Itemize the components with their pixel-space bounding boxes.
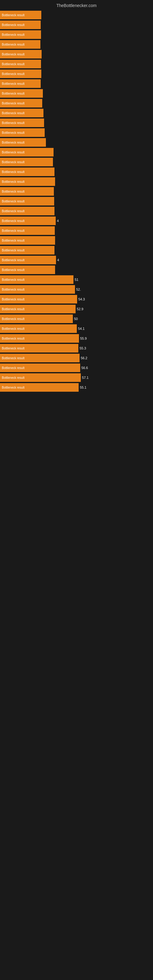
bar-fill [37, 256, 56, 264]
bar-row: Bottleneck result52. [0, 285, 153, 294]
bar-row: Bottleneck result [0, 128, 153, 137]
bar-value-container [37, 89, 43, 98]
bar-number: 50 [73, 317, 78, 321]
bar-row: Bottleneck result [0, 21, 153, 29]
bar-label: Bottleneck result [0, 89, 37, 98]
bar-label: Bottleneck result [0, 70, 37, 78]
bar-row: Bottleneck result [0, 79, 153, 88]
bar-value-container [37, 11, 41, 19]
bar-number: 55.1 [79, 385, 86, 389]
chart-container: Bottleneck resultBottleneck resultBottle… [0, 11, 153, 399]
bar-number: 56.6 [80, 366, 88, 370]
bar-fill [37, 30, 41, 39]
bar-row: Bottleneck result [0, 119, 153, 127]
bar-value-container: 52.9 [37, 305, 83, 313]
bar-label: Bottleneck result [0, 79, 37, 88]
bar-fill [37, 315, 73, 323]
bar-label: Bottleneck result [0, 30, 37, 39]
bar-fill [37, 148, 54, 156]
bar-row: Bottleneck result54.1 [0, 324, 153, 333]
bar-label: Bottleneck result [0, 60, 37, 68]
bar-fill [37, 197, 54, 205]
bar-label: Bottleneck result [0, 275, 37, 284]
bar-fill [37, 207, 54, 215]
bar-fill [37, 187, 54, 196]
bar-row: Bottleneck result [0, 197, 153, 205]
bar-row: Bottleneck result [0, 207, 153, 215]
bar-row: Bottleneck result57.1 [0, 373, 153, 382]
bar-label: Bottleneck result [0, 373, 37, 382]
bar-label: Bottleneck result [0, 295, 37, 304]
bar-row: Bottleneck result [0, 138, 153, 147]
bar-fill [37, 344, 78, 353]
bar-label: Bottleneck result [0, 187, 37, 196]
bar-value-container [37, 226, 55, 235]
bar-row: Bottleneck result55.1 [0, 383, 153, 392]
bar-fill [37, 89, 43, 98]
bar-value-container: 4 [37, 216, 59, 225]
bar-value-container: 52. [37, 285, 81, 294]
bar-row: Bottleneck result [0, 148, 153, 156]
bar-row: Bottleneck result56.2 [0, 354, 153, 362]
bar-value-container [37, 50, 41, 59]
bar-label: Bottleneck result [0, 383, 37, 392]
bar-value-container [37, 236, 55, 245]
bar-number: 51 [73, 278, 78, 282]
bar-row: Bottleneck result4 [0, 216, 153, 225]
bar-value-container [37, 148, 54, 156]
bar-label: Bottleneck result [0, 305, 37, 313]
page-header: TheBottlenecker.com [0, 0, 153, 10]
bar-fill [37, 109, 43, 117]
bar-row: Bottleneck result55.9 [0, 334, 153, 343]
bar-row: Bottleneck result [0, 266, 153, 274]
bar-value-container [37, 138, 46, 147]
bar-number: 55.9 [79, 337, 87, 340]
bar-label: Bottleneck result [0, 128, 37, 137]
bar-number: 54.1 [77, 327, 84, 331]
bar-label: Bottleneck result [0, 158, 37, 166]
bar-value-container: 55.9 [37, 334, 87, 343]
bar-label: Bottleneck result [0, 207, 37, 215]
bar-row: Bottleneck result [0, 236, 153, 245]
bar-value-container: 56.2 [37, 354, 87, 362]
bar-row: Bottleneck result [0, 40, 153, 49]
bar-value-container [37, 207, 54, 215]
bar-value-container [37, 197, 54, 205]
bar-row: Bottleneck result [0, 158, 153, 166]
bar-row: Bottleneck result52.9 [0, 305, 153, 313]
bar-fill [37, 236, 55, 245]
bar-label: Bottleneck result [0, 167, 37, 176]
bar-row: Bottleneck result [0, 70, 153, 78]
bar-row: Bottleneck result [0, 50, 153, 59]
bar-row: Bottleneck result [0, 177, 153, 186]
bar-fill [37, 158, 53, 166]
bar-row: Bottleneck result4 [0, 256, 153, 264]
bar-label: Bottleneck result [0, 266, 37, 274]
bar-value-container [37, 109, 43, 117]
bar-value-container: 50 [37, 315, 78, 323]
bar-label: Bottleneck result [0, 226, 37, 235]
bar-value-container [37, 266, 55, 274]
bar-value-container: 56.6 [37, 364, 88, 372]
bar-value-container: 54.3 [37, 295, 85, 304]
bar-row: Bottleneck result [0, 109, 153, 117]
site-title: TheBottlenecker.com [56, 3, 97, 8]
bar-number: 4 [56, 219, 59, 223]
bar-value-container [37, 99, 42, 108]
bar-row: Bottleneck result [0, 11, 153, 19]
bar-value-container [37, 158, 53, 166]
bar-fill [37, 216, 56, 225]
bar-label: Bottleneck result [0, 138, 37, 147]
bar-value-container [37, 128, 45, 137]
bar-row: Bottleneck result [0, 89, 153, 98]
bar-row: Bottleneck result [0, 187, 153, 196]
bar-number: 4 [56, 258, 59, 262]
bar-fill [37, 40, 40, 49]
bar-fill [37, 70, 41, 78]
bar-label: Bottleneck result [0, 177, 37, 186]
bar-row: Bottleneck result [0, 30, 153, 39]
bar-label: Bottleneck result [0, 21, 37, 29]
bar-value-container [37, 187, 54, 196]
bar-label: Bottleneck result [0, 285, 37, 294]
bar-label: Bottleneck result [0, 354, 37, 362]
